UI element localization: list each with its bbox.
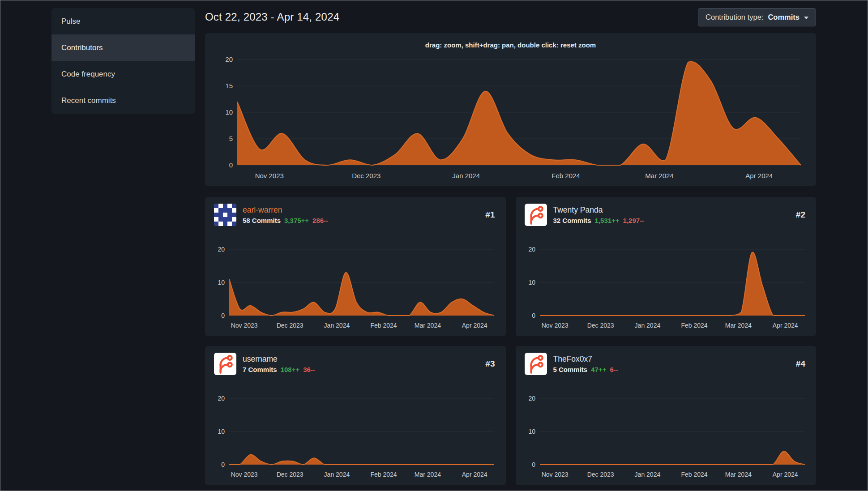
contributions-chart[interactable]: 05101520Nov 2023Dec 2023Jan 2024Feb 2024… <box>214 52 807 183</box>
contributor-chart-wrap: 01020Nov 2023Dec 2023Jan 2024Feb 2024Mar… <box>205 382 506 485</box>
additions: 1,531++ <box>595 217 620 224</box>
avatar[interactable] <box>214 353 236 375</box>
svg-text:Jan 2024: Jan 2024 <box>324 471 350 478</box>
svg-text:Apr 2024: Apr 2024 <box>772 322 798 329</box>
svg-text:Mar 2024: Mar 2024 <box>415 322 441 329</box>
contributor-info: username 7 Commits 108++ 36-- <box>243 354 479 373</box>
contribution-type-value: Commits <box>768 13 800 21</box>
svg-text:15: 15 <box>225 82 233 90</box>
contributor-chart[interactable]: 01020Nov 2023Dec 2023Jan 2024Feb 2024Mar… <box>520 239 810 333</box>
svg-text:10: 10 <box>225 108 233 116</box>
contributor-card: username 7 Commits 108++ 36-- #3 01020No… <box>205 346 506 485</box>
avatar[interactable] <box>525 204 547 226</box>
date-range-title: Oct 22, 2023 - Apr 14, 2024 <box>205 11 339 23</box>
sidebar-item-recent-commits[interactable]: Recent commits <box>51 87 195 114</box>
contributor-chart[interactable]: 01020Nov 2023Dec 2023Jan 2024Feb 2024Mar… <box>520 389 810 482</box>
contributor-card-header: username 7 Commits 108++ 36-- #3 <box>205 346 506 382</box>
contributor-stats: 58 Commits 3,375++ 286-- <box>243 217 479 224</box>
commit-count: 32 Commits <box>553 217 591 224</box>
svg-text:Dec 2023: Dec 2023 <box>352 172 381 179</box>
svg-text:0: 0 <box>229 161 233 169</box>
sidebar-item-pulse[interactable]: Pulse <box>51 8 195 34</box>
svg-text:20: 20 <box>218 246 225 253</box>
commit-count: 7 Commits <box>243 366 277 373</box>
svg-text:Feb 2024: Feb 2024 <box>681 471 707 478</box>
contributor-card-header: TheFox0x7 5 Commits 47++ 6-- #4 <box>516 346 817 382</box>
contributor-name[interactable]: earl-warren <box>243 205 479 215</box>
svg-text:Nov 2023: Nov 2023 <box>231 322 258 329</box>
svg-text:Dec 2023: Dec 2023 <box>587 471 614 478</box>
contributor-card: earl-warren 58 Commits 3,375++ 286-- #1 … <box>205 197 506 336</box>
svg-text:20: 20 <box>528 395 535 402</box>
svg-text:5: 5 <box>229 135 233 142</box>
contributions-chart-card: drag: zoom, shift+drag: pan, double clic… <box>205 33 816 186</box>
contributor-name[interactable]: Twenty Panda <box>553 205 790 215</box>
svg-text:Mar 2024: Mar 2024 <box>415 471 441 478</box>
svg-text:10: 10 <box>218 279 225 286</box>
svg-text:Nov 2023: Nov 2023 <box>541 322 568 329</box>
avatar[interactable] <box>525 353 547 375</box>
svg-text:Nov 2023: Nov 2023 <box>255 172 284 179</box>
svg-text:20: 20 <box>218 395 225 402</box>
sidebar-item-contributors[interactable]: Contributors <box>51 34 195 61</box>
svg-text:Dec 2023: Dec 2023 <box>587 322 614 329</box>
svg-text:Dec 2023: Dec 2023 <box>277 471 304 478</box>
contributor-info: TheFox0x7 5 Commits 47++ 6-- <box>553 354 790 373</box>
rank-badge: #1 <box>485 210 496 220</box>
activity-sidebar: PulseContributorsCode frequencyRecent co… <box>51 8 195 114</box>
rank-badge: #4 <box>796 359 807 369</box>
contributor-info: Twenty Panda 32 Commits 1,531++ 1,297-- <box>553 205 790 224</box>
contributor-card-header: Twenty Panda 32 Commits 1,531++ 1,297-- … <box>516 197 817 233</box>
sidebar-item-code-frequency[interactable]: Code frequency <box>51 61 195 87</box>
svg-text:0: 0 <box>221 312 225 319</box>
svg-text:0: 0 <box>532 461 535 468</box>
contributor-card-header: earl-warren 58 Commits 3,375++ 286-- #1 <box>205 197 506 233</box>
svg-text:Mar 2024: Mar 2024 <box>725 322 751 329</box>
contributor-name[interactable]: TheFox0x7 <box>553 354 790 364</box>
svg-text:Jan 2024: Jan 2024 <box>634 471 660 478</box>
svg-text:Apr 2024: Apr 2024 <box>462 471 487 478</box>
svg-text:Nov 2023: Nov 2023 <box>231 471 258 478</box>
topbar: Oct 22, 2023 - Apr 14, 2024 Contribution… <box>205 8 816 26</box>
contributor-name[interactable]: username <box>243 354 479 364</box>
svg-text:Jan 2024: Jan 2024 <box>452 172 480 179</box>
svg-text:20: 20 <box>225 56 233 63</box>
contributor-stats: 5 Commits 47++ 6-- <box>553 366 790 373</box>
additions: 108++ <box>281 366 300 373</box>
deletions: 6-- <box>610 366 618 373</box>
avatar[interactable] <box>214 204 236 226</box>
commit-count: 58 Commits <box>243 217 281 224</box>
svg-text:0: 0 <box>532 312 535 319</box>
contribution-type-dropdown[interactable]: Contribution type: Commits <box>698 8 816 26</box>
svg-text:Jan 2024: Jan 2024 <box>634 322 660 329</box>
svg-text:Dec 2023: Dec 2023 <box>277 322 304 329</box>
commit-count: 5 Commits <box>553 366 588 373</box>
main-content: Oct 22, 2023 - Apr 14, 2024 Contribution… <box>205 8 816 485</box>
rank-badge: #2 <box>796 210 807 220</box>
contributor-stats: 7 Commits 108++ 36-- <box>243 366 479 373</box>
contributor-stats: 32 Commits 1,531++ 1,297-- <box>553 217 790 224</box>
contributor-card: TheFox0x7 5 Commits 47++ 6-- #4 01020Nov… <box>516 346 817 485</box>
contributor-chart[interactable]: 01020Nov 2023Dec 2023Jan 2024Feb 2024Mar… <box>210 389 500 482</box>
svg-text:10: 10 <box>528 428 535 435</box>
svg-text:10: 10 <box>528 279 535 286</box>
svg-text:Apr 2024: Apr 2024 <box>772 471 798 478</box>
svg-text:Apr 2024: Apr 2024 <box>462 322 487 329</box>
svg-text:Feb 2024: Feb 2024 <box>552 172 580 179</box>
contributor-info: earl-warren 58 Commits 3,375++ 286-- <box>243 205 479 224</box>
svg-text:10: 10 <box>218 428 225 435</box>
svg-text:Apr 2024: Apr 2024 <box>745 172 773 179</box>
contributor-card: Twenty Panda 32 Commits 1,531++ 1,297-- … <box>516 197 817 336</box>
contributor-cards-grid: earl-warren 58 Commits 3,375++ 286-- #1 … <box>205 197 816 485</box>
deletions: 286-- <box>312 217 328 224</box>
svg-text:Feb 2024: Feb 2024 <box>681 322 707 329</box>
svg-text:Feb 2024: Feb 2024 <box>371 471 397 478</box>
deletions: 1,297-- <box>623 217 645 224</box>
additions: 47++ <box>591 366 606 373</box>
svg-text:Mar 2024: Mar 2024 <box>725 471 751 478</box>
svg-text:0: 0 <box>221 461 225 468</box>
chart-zoom-hint: drag: zoom, shift+drag: pan, double clic… <box>214 41 807 49</box>
contributor-chart-wrap: 01020Nov 2023Dec 2023Jan 2024Feb 2024Mar… <box>516 382 817 485</box>
contributor-chart[interactable]: 01020Nov 2023Dec 2023Jan 2024Feb 2024Mar… <box>210 239 500 333</box>
contributor-chart-wrap: 01020Nov 2023Dec 2023Jan 2024Feb 2024Mar… <box>205 233 506 336</box>
